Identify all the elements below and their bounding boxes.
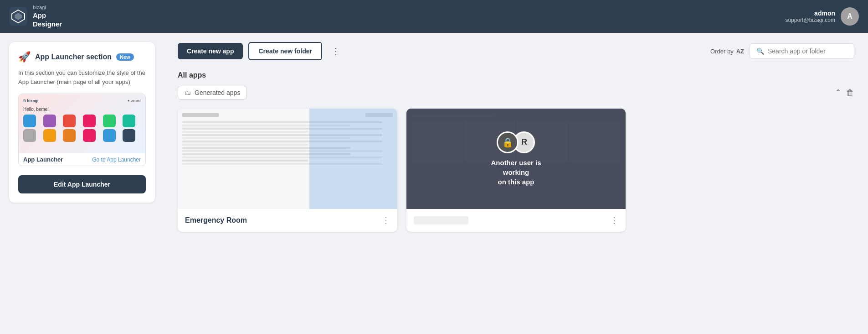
create-folder-button[interactable]: Create new folder (248, 42, 322, 60)
card-description: In this section you can customize the st… (18, 68, 146, 86)
preview-hello: Hello, beme! (23, 107, 141, 112)
sidebar: 🚀 App Launcher section New In this secti… (0, 33, 164, 334)
search-box: 🔍 (750, 43, 854, 59)
all-apps-title: All apps (178, 71, 854, 79)
user-info: admon support@bizagi.com (785, 10, 835, 23)
header: bizagi AppDesigner admon support@bizagi.… (0, 0, 868, 33)
folder-chip[interactable]: 🗂 Generated apps (178, 86, 247, 99)
preview-icon (23, 129, 36, 142)
launcher-preview: fi bizagi ● beme! Hello, beme! (18, 94, 146, 166)
preview-blue-accent (309, 109, 397, 209)
preview-inner: fi bizagi ● beme! Hello, beme! (19, 94, 145, 153)
bizagi-logo-icon (9, 7, 27, 26)
apps-grid: Emergency Room ⋮ (178, 109, 854, 232)
preview-icon (63, 129, 76, 142)
app-card-locked: 🔒 R Another user is working on this app (406, 109, 626, 232)
edit-launcher-button[interactable]: Edit App Launcher (18, 175, 146, 193)
preview-icon (83, 115, 96, 127)
working-text: Another user is working on this app (479, 158, 552, 187)
app-card-name: Emergency Room (185, 216, 247, 224)
logo-text: bizagi AppDesigner (33, 4, 62, 28)
folder-row: 🗂 Generated apps ⌃ 🗑 (178, 86, 854, 99)
app-card-preview (178, 109, 397, 209)
toolbar: Create new app Create new folder ⋮ Order… (178, 42, 854, 60)
user-email: support@bizagi.com (785, 17, 835, 23)
order-by: Order by AZ (710, 48, 744, 55)
preview-brand: fi bizagi (23, 99, 39, 103)
delete-folder-button[interactable]: 🗑 (846, 88, 854, 98)
create-app-button[interactable]: Create new app (178, 43, 243, 59)
app-card-footer: Emergency Room ⋮ (178, 209, 397, 232)
lock-icon-badge: 🔒 (497, 131, 519, 153)
logo: bizagi AppDesigner (9, 4, 64, 28)
order-by-label: Order by (710, 48, 734, 55)
folder-icon: 🗂 (185, 89, 191, 96)
preview-icon (83, 129, 96, 142)
preview-icon (103, 115, 116, 127)
app-card-more-button[interactable]: ⋮ (382, 215, 390, 225)
app-launcher-card: 🚀 App Launcher section New In this secti… (9, 42, 155, 203)
go-to-launcher-link[interactable]: Go to App Launcher (92, 157, 141, 163)
rocket-icon: 🚀 (18, 51, 31, 63)
preview-icon (63, 115, 76, 127)
preview-icon (43, 115, 56, 127)
app-card-preview-dark: 🔒 R Another user is working on this app (406, 109, 626, 209)
main-layout: 🚀 App Launcher section New In this secti… (0, 33, 868, 334)
product-name: AppDesigner (33, 11, 62, 29)
app-card-name-blurred (414, 216, 468, 224)
app-card: Emergency Room ⋮ (178, 109, 397, 232)
order-by-value: AZ (736, 48, 744, 55)
lock-badge-group: 🔒 R (497, 131, 535, 153)
app-card-footer-locked: ⋮ (406, 209, 626, 232)
more-options-button[interactable]: ⋮ (328, 44, 344, 58)
main-content: Create new app Create new folder ⋮ Order… (164, 33, 868, 334)
preview-icon (123, 115, 135, 127)
app-card-locked-more-button[interactable]: ⋮ (610, 215, 618, 225)
preview-icon (123, 129, 135, 142)
brand-name: bizagi (33, 4, 62, 10)
user-profile: admon support@bizagi.com A (785, 7, 859, 26)
folder-actions: ⌃ 🗑 (835, 88, 854, 98)
preview-icon (43, 129, 56, 142)
folder-name: Generated apps (195, 89, 240, 96)
preview-icon (23, 115, 36, 127)
preview-top: fi bizagi ● beme! (23, 99, 141, 103)
preview-label: App Launcher Go to App Launcher (19, 153, 145, 166)
user-name: admon (785, 10, 835, 17)
card-title: App Launcher section (35, 53, 112, 61)
preview-icon (103, 129, 116, 142)
new-badge: New (116, 53, 134, 61)
preview-user: ● beme! (128, 99, 141, 103)
locked-overlay: 🔒 R Another user is working on this app (406, 109, 626, 209)
search-input[interactable] (768, 47, 847, 55)
avatar[interactable]: A (841, 7, 859, 26)
search-icon: 🔍 (756, 47, 764, 55)
card-header: 🚀 App Launcher section New (18, 51, 146, 63)
collapse-folder-button[interactable]: ⌃ (835, 88, 842, 98)
preview-icons-row (23, 115, 141, 142)
preview-app-name: App Launcher (23, 156, 63, 163)
